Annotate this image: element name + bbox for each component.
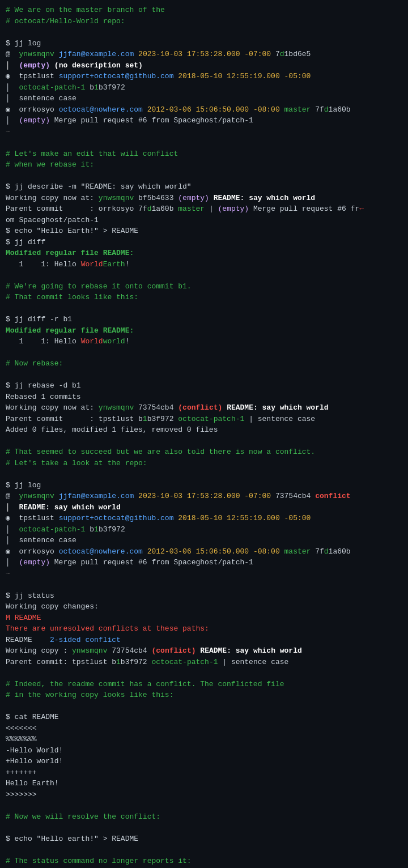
- blank-2: [6, 137, 402, 148]
- conflict-markers-3: +++++++: [6, 767, 402, 778]
- comment-line-6: # That commit looks like this:: [6, 292, 402, 303]
- working-copy-1: Working copy now at: ynwsmqnv bf5b4633 (…: [6, 193, 402, 204]
- rebased-line: Rebased 1 commits: [6, 392, 402, 403]
- parent-commit-1b: om Spaceghost/patch-1: [6, 215, 402, 226]
- comment-line-3: # Let's make an edit that will conflict: [6, 148, 402, 160]
- log-entry-3: ◉ orrkosyo octocat@nowhere.com 2012-03-0…: [6, 104, 402, 116]
- parent-commit-2: Parent commit : tpstlust b1b3f972 octoca…: [6, 414, 402, 425]
- blank-14: [6, 822, 402, 833]
- blank-1: [6, 27, 402, 38]
- echo-cmd-2: $ echo "Hello earth!" > README: [6, 833, 402, 845]
- log2-entry-2-desc: │ sentence case: [6, 535, 402, 546]
- comment-line-5: # We're going to rebase it onto commit b…: [6, 281, 402, 292]
- comment-line-9: # Let's take a look at the repo:: [6, 458, 402, 469]
- blank-7: [6, 369, 402, 381]
- comment-line-4: # when we rebase it:: [6, 159, 402, 171]
- blank-10: [6, 579, 402, 590]
- blank-12: [6, 701, 402, 712]
- tilde-2: ~: [6, 568, 402, 580]
- comment-line-13: # The status command no longer reports i…: [6, 856, 402, 867]
- conflict-markers-4: >>>>>>>: [6, 789, 402, 801]
- conflict-diff-minus: -Hello World!: [6, 745, 402, 756]
- unresolved-conflicts: There are unresolved conflicts at these …: [6, 623, 402, 635]
- parent-commit-3: Parent commit: tpstlust b1b3f972 octocat…: [6, 657, 402, 668]
- tilde-1: ~: [6, 126, 402, 138]
- blank-15: [6, 844, 402, 856]
- blank-11: [6, 667, 402, 679]
- diff-line-1: 1 1: Hello WorldEarth!: [6, 259, 402, 270]
- echo-cmd-1: $ echo "Hello Earth!" > README: [6, 225, 402, 237]
- working-copy-2: Working copy now at: ynwsmqnv 73754cb4 (…: [6, 402, 402, 414]
- blank-9: [6, 469, 402, 480]
- jj-diff-cmd-1: $ jj diff: [6, 237, 402, 248]
- comment-line-11: # in the working copy looks like this:: [6, 690, 402, 701]
- terminal-output: # We are on the master branch of the # o…: [6, 5, 402, 868]
- log2-entry-3-desc: │ (empty) Merge pull request #6 from Spa…: [6, 557, 402, 568]
- jj-rebase-cmd: $ jj rebase -d b1: [6, 380, 402, 392]
- jj-status-cmd-1: $ jj status: [6, 590, 402, 602]
- conflict-markers-1: <<<<<<<: [6, 723, 402, 734]
- blank-3: [6, 171, 402, 182]
- conflict-hello-earth: Hello Earth!: [6, 778, 402, 789]
- cat-readme-cmd: $ cat README: [6, 712, 402, 723]
- modified-1: Modified regular file README:: [6, 248, 402, 259]
- working-copy-changes-1: Working copy changes:: [6, 601, 402, 612]
- conflict-diff-plus: +Hello world!: [6, 756, 402, 767]
- log2-entry-1: @ ynwsmqnv jjfan@example.com 2023-10-03 …: [6, 491, 402, 502]
- blank-13: [6, 800, 402, 811]
- blank-6: [6, 347, 402, 359]
- added-files-line: Added 0 files, modified 1 files, removed…: [6, 424, 402, 436]
- log-entry-2: ◉ tpstlust support+octocat@github.com 20…: [6, 71, 402, 82]
- log-entry-2-desc: │ sentence case: [6, 93, 402, 104]
- log-entry-1: @ ynwsmqnv jjfan@example.com 2023-10-03 …: [6, 49, 402, 60]
- comment-line-8: # That seemed to succeed but we are also…: [6, 446, 402, 458]
- blank-8: [6, 436, 402, 447]
- working-copy-3: Working copy : ynwsmqnv 73754cb4 (confli…: [6, 645, 402, 657]
- log-entry-2-branch: │ octocat-patch-1 b1b3f972: [6, 82, 402, 93]
- comment-line-1: # We are on the master branch of the: [6, 5, 402, 16]
- log2-entry-1-desc: │ README: say which world: [6, 502, 402, 513]
- diff-line-2: 1 1: Hello Worldworld!: [6, 336, 402, 347]
- comment-line-2: # octocat/Hello-World repo:: [6, 16, 402, 27]
- blank-4: [6, 270, 402, 281]
- jj-log-cmd: $ jj log: [6, 38, 402, 49]
- readme-conflict: README 2-sided conflict: [6, 635, 402, 646]
- jj-diff-r-cmd: $ jj diff -r b1: [6, 314, 402, 325]
- jj-describe-cmd: $ jj describe -m "README: say which worl…: [6, 181, 402, 193]
- log2-entry-2: ◉ tpstlust support+octocat@github.com 20…: [6, 513, 402, 524]
- log2-entry-3: ◉ orrkosyo octocat@nowhere.com 2012-03-0…: [6, 546, 402, 558]
- comment-line-7: # Now rebase:: [6, 358, 402, 369]
- m-readme-1: M README: [6, 612, 402, 624]
- comment-line-12: # Now we will resolve the conflict:: [6, 811, 402, 823]
- parent-commit-1: Parent commit : orrkosyo 7fd1a60b master…: [6, 203, 402, 215]
- log-entry-3-desc: │ (empty) Merge pull request #6 from Spa…: [6, 115, 402, 126]
- log2-entry-2-branch: │ octocat-patch-1 b1b3f972: [6, 524, 402, 535]
- blank-5: [6, 303, 402, 314]
- modified-2: Modified regular file README:: [6, 325, 402, 337]
- log-entry-1-desc: │ (empty) (no description set): [6, 60, 402, 71]
- jj-log-cmd-2: $ jj log: [6, 480, 402, 491]
- comment-line-10: # Indeed, the readme commit has a confli…: [6, 679, 402, 690]
- conflict-markers-2: %%%%%%%: [6, 734, 402, 745]
